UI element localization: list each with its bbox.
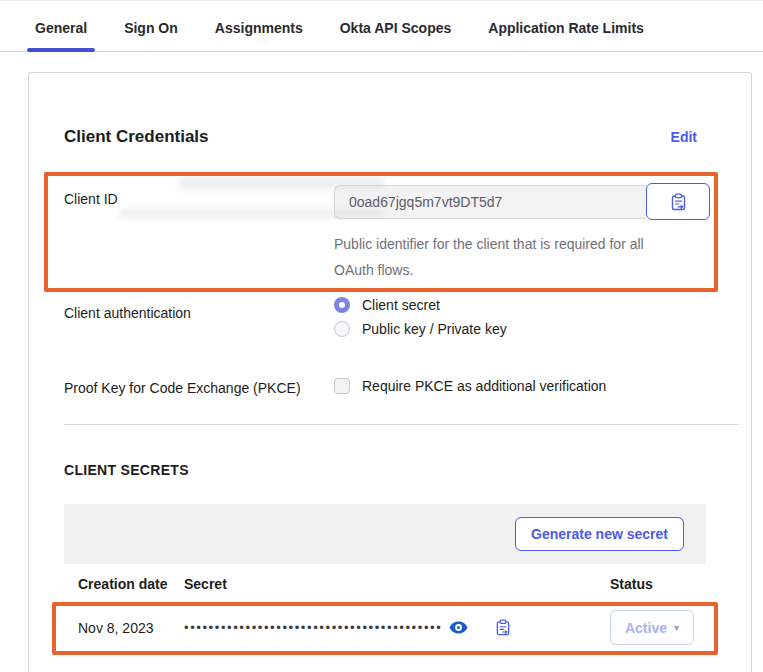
redaction-blur [119,209,384,218]
pkce-label: Proof Key for Code Exchange (PKCE) [64,372,334,396]
client-authentication-label: Client authentication [64,297,334,345]
header-creation-date: Creation date [64,576,184,592]
header-secret: Secret [184,576,610,592]
cell-creation-date: Nov 8, 2023 [64,620,184,636]
show-secret-button[interactable] [449,621,468,634]
general-settings-card: Client Credentials Edit Client ID [28,72,752,672]
client-authentication-row: Client authentication Client secret Publ… [64,297,739,345]
table-row: Nov 8, 2023 ••••••••••••••••••••••••••••… [64,604,706,651]
radio-selected-icon[interactable] [334,297,350,313]
tab-general[interactable]: General [35,14,87,51]
cell-status: Active ▾ [610,610,706,645]
table-header-row: Creation date Secret Status [64,564,706,604]
client-id-help-text: Public identifier for the client that is… [334,231,739,283]
clipboard-copy-icon [495,619,511,636]
pkce-row: Proof Key for Code Exchange (PKCE) Requi… [64,372,739,396]
copy-client-id-button[interactable] [646,183,710,220]
tab-assignments[interactable]: Assignments [215,14,303,51]
pkce-checkbox-option[interactable]: Require PKCE as additional verification [334,372,739,394]
eye-icon [449,621,468,634]
radio-option-label: Client secret [362,297,440,313]
radio-option-client-secret[interactable]: Client secret [334,297,739,313]
radio-option-public-private-key[interactable]: Public key / Private key [334,321,739,337]
client-id-row: Client ID Public identifier for the clie… [64,183,739,283]
client-secrets-toolbar: Generate new secret [64,504,706,564]
tab-okta-api-scopes[interactable]: Okta API Scopes [340,14,452,51]
radio-unselected-icon[interactable] [334,321,350,337]
edit-link[interactable]: Edit [671,129,739,145]
clipboard-copy-icon [670,193,687,211]
copy-secret-button[interactable] [495,619,511,636]
redaction-blur [179,178,384,189]
caret-down-icon: ▾ [674,622,679,633]
radio-option-label: Public key / Private key [362,321,507,337]
checkbox-unchecked-icon[interactable] [334,378,350,394]
masked-secret-value: ••••••••••••••••••••••••••••••••••••••••… [184,620,442,635]
client-credentials-title: Client Credentials [64,127,209,147]
client-id-label: Client ID [64,183,334,283]
client-secrets-title: CLIENT SECRETS [64,462,739,478]
client-secrets-table: Generate new secret Creation date Secret… [64,504,706,651]
generate-new-secret-button[interactable]: Generate new secret [515,517,684,551]
cell-secret: ••••••••••••••••••••••••••••••••••••••••… [184,619,610,636]
app-tab-bar: General Sign On Assignments Okta API Sco… [0,0,763,52]
pkce-option-label: Require PKCE as additional verification [362,378,606,394]
status-dropdown-button[interactable]: Active ▾ [610,610,694,645]
client-credentials-header: Client Credentials Edit [64,127,739,147]
tab-sign-on[interactable]: Sign On [124,14,178,51]
header-status: Status [610,576,706,592]
status-label: Active [625,620,667,636]
section-divider [64,424,739,425]
tab-application-rate-limits[interactable]: Application Rate Limits [488,14,644,51]
